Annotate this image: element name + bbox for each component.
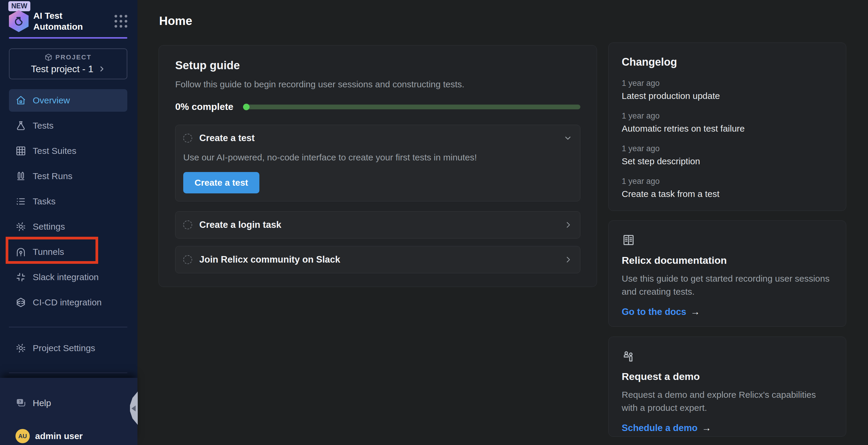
- sidebar-item-test-runs[interactable]: Test Runs: [9, 165, 127, 187]
- new-badge: NEW: [8, 1, 30, 11]
- sidebar-item-label: Test Runs: [33, 171, 72, 181]
- changelog-entry: 1 year ago Automatic retries on test fai…: [622, 111, 833, 134]
- grid-table-icon: [16, 145, 26, 156]
- changelog-text: Set step description: [622, 156, 833, 166]
- sidebar-nav: Overview Tests Test Suites Test Runs Tas…: [9, 89, 127, 316]
- sidebar-item-tasks[interactable]: Tasks: [9, 190, 127, 213]
- sidebar-footer: ? Help AU admin user: [0, 378, 137, 445]
- request-demo-card: Request a demo Request a demo and explor…: [608, 337, 846, 437]
- incomplete-step-icon: [183, 134, 192, 143]
- setup-guide-subtitle: Follow this guide to begin recording use…: [175, 79, 580, 90]
- sidebar-item-label: Project Settings: [33, 343, 95, 353]
- setup-progress-bar: [244, 105, 580, 109]
- user-name: admin user: [35, 431, 83, 441]
- schedule-demo-link[interactable]: Schedule a demo →: [622, 422, 711, 434]
- changelog-entry: 1 year ago Latest production update: [622, 79, 833, 101]
- gear-icon: [16, 343, 26, 353]
- setup-guide-card: Setup guide Follow this guide to begin r…: [159, 45, 597, 287]
- link-label: Go to the docs: [622, 307, 686, 317]
- link-label: Schedule a demo: [622, 423, 698, 434]
- step-title: Create a test: [199, 133, 255, 143]
- project-selector[interactable]: PROJECT Test project - 1: [9, 48, 127, 79]
- changelog-entry: 1 year ago Create a task from a test: [622, 177, 833, 199]
- demo-title: Request a demo: [622, 371, 833, 382]
- sidebar-divider: [9, 327, 127, 328]
- people-icon: [622, 349, 833, 363]
- app-logo-icon: [9, 10, 29, 32]
- sidebar-item-project-settings[interactable]: Project Settings: [9, 337, 127, 360]
- project-label: PROJECT: [55, 54, 91, 61]
- chevron-left-icon: [131, 406, 136, 411]
- setup-progress: 0% complete: [175, 101, 580, 112]
- sidebar-item-test-suites[interactable]: Test Suites: [9, 140, 127, 162]
- help-button[interactable]: ? Help: [9, 392, 127, 414]
- arrow-right-icon: →: [702, 422, 711, 434]
- demo-description: Request a demo and explore Relicx's capa…: [622, 388, 833, 414]
- apps-grid-icon[interactable]: [115, 15, 127, 28]
- incomplete-step-icon: [183, 220, 192, 229]
- page-title: Home: [159, 14, 192, 28]
- sidebar: NEW AI Test Automation PROJECT Test proj…: [0, 0, 137, 445]
- changelog-card: Changelog 1 year ago Latest production u…: [608, 42, 846, 211]
- chevron-right-icon: [564, 221, 572, 229]
- sidebar-item-tunnels[interactable]: Tunnels: [9, 241, 127, 263]
- incomplete-step-icon: [183, 255, 192, 264]
- setup-step-join-slack-community[interactable]: Join Relicx community on Slack: [175, 246, 580, 273]
- setup-step-create-a-login-task[interactable]: Create a login task: [175, 211, 580, 239]
- changelog-time: 1 year ago: [622, 144, 833, 153]
- home-icon: [16, 95, 26, 106]
- app-title: AI Test Automation: [33, 10, 96, 32]
- app-header: AI Test Automation: [9, 10, 127, 32]
- sidebar-item-overview[interactable]: Overview: [9, 89, 127, 112]
- create-a-test-button[interactable]: Create a test: [183, 172, 259, 194]
- sidebar-item-label: CI-CD integration: [33, 297, 102, 307]
- changelog-time: 1 year ago: [622, 79, 833, 88]
- arrow-right-icon: →: [690, 306, 700, 317]
- gear-icon: [16, 221, 26, 232]
- changelog-text: Create a task from a test: [622, 189, 833, 199]
- sidebar-item-slack-integration[interactable]: Slack integration: [9, 266, 127, 288]
- sidebar-divider: [9, 373, 127, 373]
- cicd-hexagon-link-icon: [16, 297, 26, 308]
- task-list-icon: [16, 196, 26, 207]
- sidebar-item-label: Tests: [33, 121, 54, 131]
- setup-guide-title: Setup guide: [175, 59, 580, 72]
- avatar: AU: [16, 429, 30, 443]
- sidebar-item-label: Tunnels: [33, 247, 64, 257]
- tunnel-icon: [16, 246, 26, 257]
- project-name: Test project - 1: [31, 64, 93, 75]
- help-chat-icon: ?: [16, 398, 26, 408]
- sidebar-item-label: Slack integration: [33, 272, 99, 282]
- book-columns-icon: [622, 233, 833, 247]
- progress-knob: [243, 104, 250, 110]
- svg-text:?: ?: [19, 400, 21, 404]
- package-icon: [44, 54, 52, 61]
- chevron-right-icon: [98, 65, 105, 72]
- sidebar-item-cicd-integration[interactable]: CI-CD integration: [9, 291, 127, 314]
- chevron-down-icon: [563, 134, 572, 143]
- step-title: Create a login task: [199, 219, 281, 230]
- sidebar-item-tests[interactable]: Tests: [9, 114, 127, 137]
- sidebar-item-label: Test Suites: [33, 146, 76, 156]
- right-panel: Changelog 1 year ago Latest production u…: [608, 42, 846, 437]
- documentation-title: Relicx documentation: [622, 254, 833, 266]
- go-to-docs-link[interactable]: Go to the docs →: [622, 306, 700, 317]
- changelog-time: 1 year ago: [622, 177, 833, 186]
- accent-divider: [9, 37, 127, 39]
- project-label-row: PROJECT: [44, 54, 91, 61]
- user-menu[interactable]: AU admin user: [9, 425, 127, 445]
- documentation-description: Use this guide to get started recording …: [622, 272, 833, 298]
- step-title: Join Relicx community on Slack: [199, 254, 340, 265]
- slack-icon: [16, 272, 26, 282]
- changelog-entry: 1 year ago Set step description: [622, 144, 833, 166]
- changelog-text: Automatic retries on test failure: [622, 124, 833, 134]
- sidebar-item-label: Overview: [33, 95, 70, 105]
- sidebar-item-label: Tasks: [33, 196, 56, 206]
- help-label: Help: [33, 398, 51, 408]
- documentation-card: Relicx documentation Use this guide to g…: [608, 220, 846, 327]
- sidebar-item-label: Settings: [33, 221, 65, 232]
- chevron-right-icon: [564, 255, 572, 264]
- changelog-text: Latest production update: [622, 91, 833, 101]
- sidebar-item-settings[interactable]: Settings: [9, 215, 127, 238]
- setup-step-create-a-test[interactable]: Create a test Use our AI-powered, no-cod…: [175, 125, 580, 201]
